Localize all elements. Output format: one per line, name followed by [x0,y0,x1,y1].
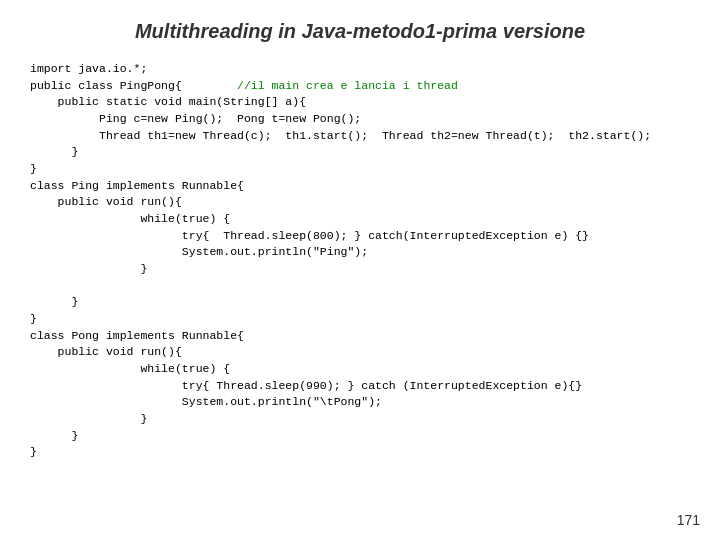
code-line-7: } [30,162,37,175]
code-line-8: class Ping implements Runnable{ [30,179,244,192]
code-line-9: public void run(){ [30,195,182,208]
code-line-1: import java.io.*; [30,62,147,75]
code-line-3: public static void main(String[] a){ [30,95,306,108]
code-line-6: } [30,145,78,158]
code-line-24: } [30,445,37,458]
code-line-15: } [30,295,78,308]
comment-1: //il main crea e lancia i thread [237,79,458,92]
code-line-17: class Pong implements Runnable{ [30,329,244,342]
code-line-4: Ping c=new Ping(); Pong t=new Pong(); [30,112,361,125]
code-line-23: } [30,429,78,442]
page-container: Multithreading in Java-metodo1-prima ver… [0,0,720,540]
code-block: import java.io.*; public class PingPong{… [30,61,690,461]
code-line-11: try{ Thread.sleep(800); } catch(Interrup… [30,229,589,242]
code-line-19: while(true) { [30,362,230,375]
code-line-12: System.out.println("Ping"); [30,245,368,258]
code-line-5: Thread th1=new Thread(c); th1.start(); T… [30,129,651,142]
page-title: Multithreading in Java-metodo1-prima ver… [30,20,690,43]
code-line-16: } [30,312,37,325]
code-line-21: System.out.println("\tPong"); [30,395,382,408]
code-line-20: try{ Thread.sleep(990); } catch (Interru… [30,379,582,392]
code-line-10: while(true) { [30,212,230,225]
code-line-22: } [30,412,147,425]
page-number: 171 [677,512,700,528]
code-line-2: public class PingPong{ //il main crea e … [30,79,458,92]
code-line-18: public void run(){ [30,345,182,358]
code-line-13: } [30,262,147,275]
